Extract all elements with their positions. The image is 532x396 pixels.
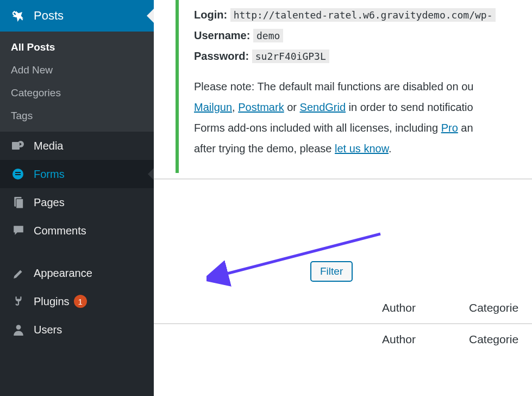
sidebar-posts-submenu: All Posts Add New Categories Tags bbox=[0, 32, 154, 132]
sidebar-item-forms[interactable]: Forms bbox=[0, 160, 154, 188]
pages-icon bbox=[11, 196, 26, 209]
username-label: Username: bbox=[194, 29, 250, 41]
table-header-row-2: Author Categorie bbox=[154, 324, 532, 355]
link-sendgrid[interactable]: SendGrid bbox=[300, 101, 346, 113]
notice-text: Please note: The default mail functions … bbox=[194, 81, 473, 92]
sidebar-item-appearance[interactable]: Appearance bbox=[0, 259, 154, 287]
comments-icon bbox=[11, 224, 26, 237]
sidebar-item-posts[interactable]: Posts bbox=[0, 0, 154, 32]
sidebar-label: Appearance bbox=[34, 267, 92, 280]
svg-rect-3 bbox=[15, 172, 21, 173]
media-icon bbox=[11, 139, 26, 152]
sidebar-sub-all-posts[interactable]: All Posts bbox=[0, 36, 154, 59]
users-icon bbox=[11, 323, 26, 336]
sidebar-sub-add-new[interactable]: Add New bbox=[0, 59, 154, 82]
link-postmark[interactable]: Postmark bbox=[238, 101, 284, 113]
link-mailgun[interactable]: Mailgun bbox=[194, 101, 232, 113]
svg-rect-6 bbox=[16, 199, 23, 208]
forms-icon bbox=[11, 168, 26, 181]
svg-rect-4 bbox=[15, 174, 21, 175]
col-author-2[interactable]: Author bbox=[382, 333, 474, 346]
sidebar-label: Posts bbox=[34, 9, 64, 23]
plugins-icon bbox=[11, 295, 26, 308]
sidebar-item-comments[interactable]: Comments bbox=[0, 216, 154, 245]
filter-row: Filter bbox=[154, 180, 532, 293]
sidebar-sub-categories[interactable]: Categories bbox=[0, 82, 154, 104]
appearance-icon bbox=[11, 267, 26, 280]
col-author[interactable]: Author bbox=[382, 301, 474, 314]
pin-icon bbox=[11, 9, 26, 22]
sidebar-item-pages[interactable]: Pages bbox=[0, 188, 154, 216]
filter-button[interactable]: Filter bbox=[310, 261, 353, 282]
sidebar-label: Pages bbox=[34, 196, 65, 209]
login-label: Login: bbox=[194, 9, 227, 21]
sidebar-label: Media bbox=[34, 140, 63, 152]
sidebar-item-media[interactable]: Media bbox=[0, 132, 154, 160]
sidebar-sub-tags[interactable]: Tags bbox=[0, 104, 154, 127]
password-label: Password: bbox=[194, 50, 249, 62]
sidebar-label: Users bbox=[34, 324, 62, 336]
demo-notice: Login: http://talented-ratel.w6.gravityd… bbox=[176, 0, 532, 173]
svg-point-7 bbox=[16, 325, 21, 330]
link-let-us-know[interactable]: let us know bbox=[335, 143, 389, 154]
sidebar-label: Plugins bbox=[34, 295, 70, 308]
link-pro[interactable]: Pro bbox=[441, 122, 458, 134]
username-value: demo bbox=[253, 29, 283, 42]
main-content: Login: http://talented-ratel.w6.gravityd… bbox=[154, 0, 532, 396]
col-categories-2[interactable]: Categorie bbox=[469, 333, 518, 346]
sidebar-item-plugins[interactable]: Plugins 1 bbox=[0, 287, 154, 315]
login-value: http://talented-ratel.w6.gravitydemo.com… bbox=[230, 8, 496, 22]
sidebar-label: Comments bbox=[34, 225, 86, 237]
plugins-badge: 1 bbox=[74, 295, 87, 308]
table-header-row: Author Categorie bbox=[154, 293, 532, 324]
col-categories[interactable]: Categorie bbox=[469, 301, 518, 314]
admin-sidebar: Posts All Posts Add New Categories Tags … bbox=[0, 0, 154, 396]
sidebar-item-users[interactable]: Users bbox=[0, 315, 154, 344]
sidebar-label: Forms bbox=[34, 168, 65, 181]
password-value: su2rF40iGP3L bbox=[252, 49, 329, 63]
